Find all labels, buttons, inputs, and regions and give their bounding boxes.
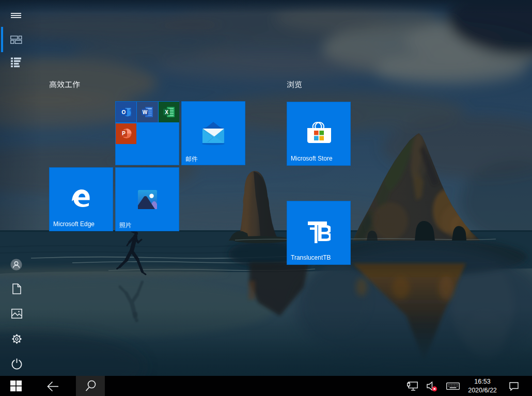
svg-text:O: O: [121, 109, 126, 115]
svg-text:B: B: [317, 220, 331, 243]
svg-text:P: P: [122, 131, 126, 136]
svg-text:W: W: [143, 109, 148, 115]
svg-text:X: X: [165, 109, 168, 115]
